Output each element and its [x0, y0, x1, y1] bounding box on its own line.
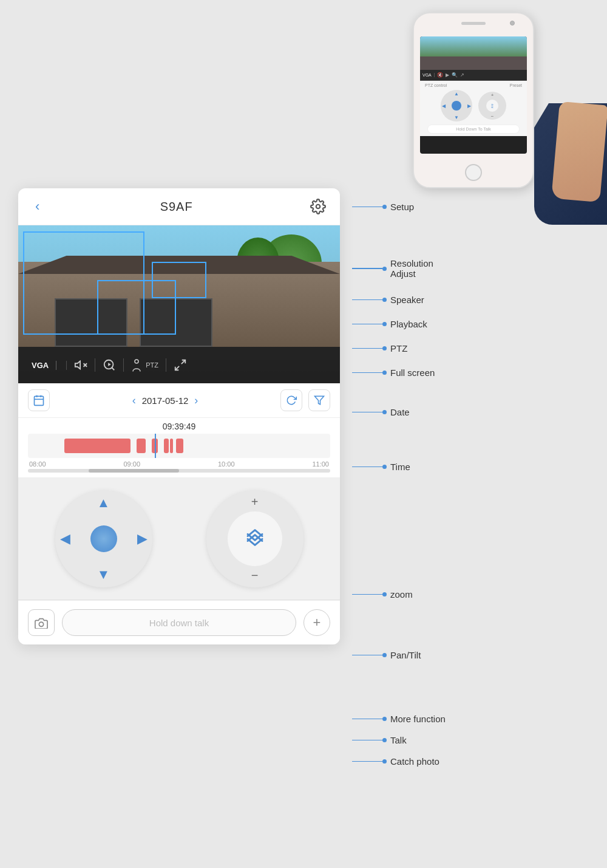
- svg-marker-14: [315, 396, 324, 405]
- calendar-icon: [33, 394, 45, 406]
- annotation-line-speaker: [352, 299, 382, 301]
- date-next-button[interactable]: ›: [192, 394, 200, 407]
- annotation-dot-speaker: [382, 298, 387, 302]
- timeline-label-0: 08:00: [29, 460, 46, 468]
- annotation-line-date: [352, 412, 382, 413]
- pan-right-button[interactable]: ▶: [137, 531, 148, 547]
- annotation-line-resolution: [352, 268, 382, 269]
- svg-line-9: [175, 366, 179, 370]
- annotation-speaker: Speaker: [352, 295, 424, 305]
- refresh-icon: [286, 395, 297, 406]
- calendar-button[interactable]: [28, 389, 50, 411]
- date-prev-button[interactable]: ‹: [130, 394, 138, 407]
- annotation-setup: Setup: [352, 202, 414, 212]
- app-panel: ‹ S9AF VGA: [18, 188, 340, 644]
- annotation-line-talk: [352, 740, 382, 741]
- timeline-area: 09:39:49 08:00 09:00 10:00 11:00: [18, 418, 340, 478]
- svg-point-15: [39, 622, 43, 626]
- annotation-line-fullscreen: [352, 372, 382, 374]
- annotation-dot-setup: [382, 205, 387, 209]
- zoom-out-chevron-icon: [245, 533, 265, 550]
- gear-icon: [310, 199, 326, 214]
- annotation-ptz-label: PTZ: [390, 343, 407, 354]
- timeline-current-time: 09:39:49: [28, 422, 330, 431]
- annotation-talk-label: Talk: [390, 735, 407, 745]
- annotation-fullscreen-label: Full screen: [390, 367, 435, 378]
- pan-left-button[interactable]: ◀: [60, 531, 70, 547]
- annotation-resolution-label: ResolutionAdjust: [390, 258, 433, 279]
- vga-button[interactable]: VGA: [24, 361, 67, 370]
- pan-tilt-control: ▲ ▼ ◀ ▶: [55, 490, 152, 587]
- more-functions-button[interactable]: +: [304, 609, 330, 636]
- annotation-talk: Talk: [352, 735, 407, 745]
- annotation-speaker-label: Speaker: [390, 295, 424, 305]
- video-indicator-3: [152, 262, 206, 298]
- timeline-label-2: 10:00: [218, 460, 235, 468]
- timeline-scrollbar[interactable]: [28, 469, 330, 473]
- svg-line-6: [112, 367, 114, 370]
- annotation-dot-catch-photo: [382, 759, 387, 764]
- camera-icon: [35, 617, 48, 629]
- catch-photo-button[interactable]: [28, 609, 55, 636]
- annotation-line-playback: [352, 324, 382, 325]
- phone-camera: [510, 21, 515, 26]
- phone-device: VGA 🔇 ▶ 🔍 ↗ PTZ control Preset ▲ ▼: [413, 12, 534, 188]
- annotation-resolution: ResolutionAdjust: [352, 258, 433, 279]
- annotation-dot-time: [382, 465, 387, 469]
- fullscreen-button[interactable]: [166, 358, 194, 372]
- phone-speaker-slot: [461, 22, 486, 25]
- hand-holding-phone: [522, 91, 607, 225]
- annotation-dot-pantilt: [382, 653, 387, 657]
- annotation-dot-talk: [382, 738, 387, 742]
- annotation-dot-fullscreen: [382, 371, 387, 375]
- annotation-dot-playback: [382, 322, 387, 326]
- annotation-time: Time: [352, 462, 410, 472]
- refresh-button[interactable]: [280, 389, 302, 411]
- back-button[interactable]: ‹: [30, 197, 44, 216]
- annotation-more-function: More function: [352, 714, 446, 724]
- zoom-out-button[interactable]: [245, 533, 265, 552]
- speaker-icon: [74, 358, 87, 372]
- svg-marker-5: [108, 363, 111, 366]
- svg-rect-10: [35, 396, 44, 405]
- annotation-dot-zoom: [382, 592, 387, 596]
- timeline-recording-5: [170, 439, 173, 453]
- filter-icon: [314, 395, 325, 406]
- vga-label: VGA: [32, 361, 56, 370]
- annotation-line-pantilt: [352, 655, 382, 656]
- annotation-fullscreen: Full screen: [352, 367, 435, 378]
- ptz-label: PTZ: [146, 361, 158, 369]
- timeline-cursor: [155, 434, 156, 458]
- annotation-ptz: PTZ: [352, 343, 407, 354]
- annotation-zoom: zoom: [352, 589, 413, 600]
- svg-point-0: [316, 205, 320, 209]
- pan-up-button[interactable]: ▲: [97, 495, 110, 511]
- talk-label: Hold down talk: [149, 618, 209, 628]
- annotation-dot-ptz: [382, 346, 387, 350]
- talk-button[interactable]: Hold down talk: [62, 609, 296, 636]
- annotation-date-label: Date: [390, 407, 410, 417]
- svg-marker-1: [75, 361, 80, 369]
- annotation-playback: Playback: [352, 319, 427, 329]
- timeline-recording-1: [64, 439, 131, 453]
- playback-button[interactable]: [95, 358, 124, 372]
- annotation-zoom-label: zoom: [390, 589, 413, 600]
- dpad-center[interactable]: [90, 525, 117, 552]
- phone-mockup-area: VGA 🔇 ▶ 🔍 ↗ PTZ control Preset ▲ ▼: [395, 12, 589, 200]
- playback-controls: ‹ 2017-05-12 ›: [18, 383, 340, 418]
- zoom-control: + −: [206, 490, 304, 587]
- ptz-button[interactable]: PTZ: [124, 358, 166, 372]
- speaker-button[interactable]: [67, 358, 95, 372]
- timeline-labels: 08:00 09:00 10:00 11:00: [28, 460, 330, 468]
- fullscreen-icon: [174, 358, 187, 372]
- filter-button[interactable]: [308, 389, 330, 411]
- annotation-line-ptz: [352, 348, 382, 349]
- settings-button[interactable]: [308, 197, 328, 216]
- annotation-playback-label: Playback: [390, 319, 427, 329]
- video-feed: VGA PTZ: [18, 225, 340, 383]
- timeline-track[interactable]: [28, 434, 330, 458]
- app-title: S9AF: [160, 200, 193, 214]
- zoom-minus-label: −: [251, 569, 259, 583]
- pan-down-button[interactable]: ▼: [97, 567, 110, 583]
- annotation-time-label: Time: [390, 462, 410, 472]
